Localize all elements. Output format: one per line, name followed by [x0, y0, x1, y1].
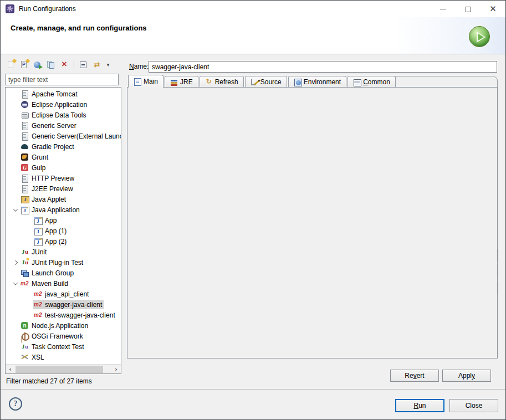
refresh-tab-icon — [205, 78, 213, 86]
tree-item-task-context-test[interactable]: Task Context Test — [6, 341, 121, 352]
tree-item-osgi-framework[interactable]: OSGi Framework — [6, 331, 121, 341]
duplicate-icon[interactable] — [46, 60, 56, 70]
m2-icon — [34, 311, 42, 319]
tree-item-swagger-java-client[interactable]: swagger-java-client — [6, 299, 121, 310]
tab-jre[interactable]: JRE — [165, 76, 198, 88]
tree-item-generic-server-external[interactable]: Generic Server(External Launch — [6, 131, 121, 141]
export-configurations-icon[interactable] — [33, 60, 43, 70]
gulp-icon — [21, 163, 29, 172]
server-icon — [21, 121, 29, 130]
scroll-left-icon[interactable]: ‹ — [6, 365, 15, 374]
java-application-icon — [21, 206, 29, 214]
tab-environment[interactable]: Environment — [288, 76, 346, 88]
name-label: Name: — [129, 63, 149, 70]
collapsed-chevron-icon[interactable] — [13, 260, 18, 264]
gradle-icon — [21, 142, 29, 151]
tree-item-test-swagger-java-client[interactable]: test-swagger-java-client — [6, 310, 121, 320]
java-application-icon — [34, 216, 42, 224]
maximize-button[interactable] — [456, 1, 481, 17]
toolbar-separator — [74, 60, 74, 69]
run-badge-icon — [469, 26, 490, 47]
tree-item-http-preview[interactable]: HTTP Preview — [6, 173, 121, 183]
filter-menu-caret-icon[interactable]: ▾ — [105, 60, 111, 70]
m2-icon — [34, 290, 42, 298]
tree-item-maven-build[interactable]: Maven Build — [6, 278, 121, 289]
tree-item-junit-plugin-test[interactable]: JUnit Plug-in Test — [6, 257, 121, 268]
database-icon — [21, 111, 29, 119]
footer-divider — [1, 389, 505, 390]
new-configuration-icon[interactable] — [6, 60, 16, 70]
tree-item-nodejs-application[interactable]: Node.js Application — [6, 320, 121, 331]
apply-button[interactable]: Apply — [442, 370, 491, 382]
close-dialog-button[interactable]: Close — [449, 399, 498, 412]
launch-group-icon — [21, 269, 29, 277]
collapse-all-icon[interactable] — [79, 60, 89, 70]
minimize-icon — [440, 9, 446, 9]
tab-refresh[interactable]: Refresh — [200, 76, 244, 88]
scroll-right-icon[interactable]: › — [111, 365, 121, 374]
dialog-banner: Create, manage, and run configurations — [1, 17, 505, 54]
help-button[interactable]: ? — [9, 397, 22, 411]
run-button[interactable]: Run — [395, 399, 444, 412]
osgi-icon — [21, 332, 29, 340]
close-button[interactable]: ✕ — [481, 1, 505, 17]
tree-item-gradle-project[interactable]: Gradle Project — [6, 141, 121, 152]
tree-item-java-application[interactable]: Java Application — [6, 204, 121, 215]
title-bar: Run Configurations ✕ — [1, 1, 505, 17]
nodejs-icon — [21, 321, 29, 330]
task-context-icon — [21, 342, 29, 351]
tree-item-xsl[interactable]: XSL — [6, 352, 121, 362]
expanded-chevron-icon[interactable] — [13, 280, 18, 285]
tab-main[interactable]: Main — [128, 75, 163, 88]
delete-icon[interactable]: × — [59, 60, 69, 70]
tree-rows: Apache Tomcat Eclipse Application Eclips… — [6, 89, 121, 364]
new-prototype-icon[interactable]: P — [19, 60, 29, 70]
tab-source[interactable]: Source — [245, 76, 287, 88]
tree-item-java-applet[interactable]: Java Applet — [6, 194, 121, 204]
server-icon — [21, 174, 29, 182]
source-tab-icon — [251, 78, 258, 86]
revert-button[interactable]: Revert — [390, 370, 439, 382]
configurations-toolbar: P × ⇄ ▾ — [6, 58, 121, 72]
tab-common[interactable]: Common — [347, 76, 396, 88]
main-tab-content — [127, 87, 498, 358]
name-input[interactable] — [149, 61, 497, 73]
tree-item-grunt[interactable]: Grunt — [6, 152, 121, 162]
tree-item-eclipse-data-tools[interactable]: Eclipse Data Tools — [6, 110, 121, 120]
window-title: Run Configurations — [19, 1, 76, 17]
tree-item-app-1[interactable]: App (1) — [6, 226, 121, 236]
tree-item-gulp[interactable]: Gulp — [6, 162, 121, 173]
common-tab-icon — [353, 78, 361, 86]
filter-configurations-icon[interactable]: ⇄ — [92, 60, 102, 70]
tree-item-eclipse-application[interactable]: Eclipse Application — [6, 99, 121, 110]
applet-icon — [21, 195, 29, 203]
java-application-icon — [34, 237, 42, 245]
expanded-chevron-icon[interactable] — [13, 207, 18, 211]
tree-item-generic-server[interactable]: Generic Server — [6, 120, 121, 131]
tab-bar: Main JRE Refresh Source Environment Comm… — [128, 75, 397, 88]
main-tab-icon — [134, 78, 141, 85]
junit-icon — [21, 248, 29, 256]
tree-item-launch-group[interactable]: Launch Group — [6, 268, 121, 278]
server-icon — [21, 132, 29, 140]
tree-item-j2ee-preview[interactable]: J2EE Preview — [6, 183, 121, 194]
grunt-icon — [21, 153, 29, 161]
tree-item-app-2[interactable]: App (2) — [6, 236, 121, 247]
horizontal-scrollbar[interactable]: ‹ › — [6, 364, 121, 373]
filter-input[interactable] — [5, 74, 119, 85]
tree-item-apache-tomcat[interactable]: Apache Tomcat — [6, 89, 121, 99]
jre-tab-icon — [170, 78, 178, 86]
run-configurations-icon — [6, 4, 14, 13]
tree-item-junit[interactable]: JUnit — [6, 247, 121, 257]
tree-item-app[interactable]: App — [6, 215, 121, 226]
configurations-tree: Apache Tomcat Eclipse Application Eclips… — [5, 87, 121, 374]
minimize-button[interactable] — [431, 1, 456, 17]
xsl-icon — [21, 353, 29, 361]
banner-title: Create, manage, and run configurations — [11, 24, 147, 32]
tree-item-java-api-client[interactable]: java_api_client — [6, 289, 121, 299]
scrollbar-thumb[interactable] — [16, 366, 103, 373]
m2-icon — [21, 279, 29, 288]
server-icon — [21, 90, 29, 98]
run-configurations-dialog: Run Configurations ✕ Create, manage, and… — [0, 0, 506, 420]
filter-status: Filter matched 27 of 27 items — [6, 377, 92, 385]
